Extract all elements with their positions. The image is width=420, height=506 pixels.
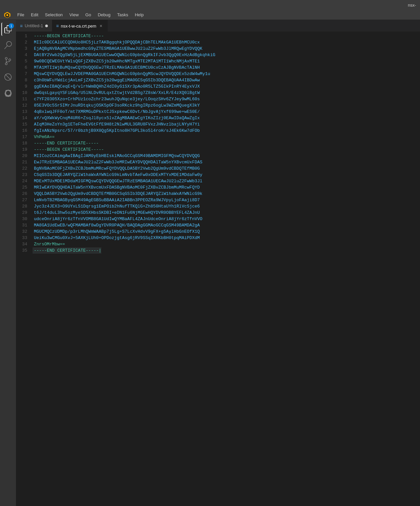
- code-line: 28Jyc3z4JEX3+O9UYxLS1Dqrsg1EmPOib2hNufTT…: [16, 203, 420, 210]
- tab-pem[interactable]: ≡ nsx-t-w-ca.crt.pem ×: [52, 20, 108, 32]
- line-content: EjAQBgNVBAgMCVNpbmdhcG9yZTESMBAGA1UEBwwJ…: [33, 45, 202, 52]
- menu-help[interactable]: Help: [132, 11, 147, 19]
- line-content: VhPm6A==: [33, 134, 54, 140]
- line-number: 24: [16, 178, 33, 184]
- title-bar: nsx-: [0, 0, 420, 10]
- line-number: 10: [16, 90, 33, 96]
- line-number: 23: [16, 172, 33, 178]
- code-line: 3EjAQBgNVBAgMCVNpbmdhcG9yZTESMBAGA1UEBww…: [16, 45, 420, 52]
- line-content: -----BEGIN CERTIFICATE-----: [33, 146, 104, 153]
- tab-pem-close[interactable]: ×: [98, 23, 104, 29]
- tab-untitled[interactable]: ≡ Untitled-1: [16, 20, 52, 32]
- code-line: 14aY/vQXWkWyCnqM4UR6+ZsqJl8ycx5lvZAgMBAA…: [16, 115, 420, 121]
- line-number: 28: [16, 203, 33, 210]
- line-content: BgNVBAoMC0FjZXBvZCBJbmMuMRcwFQYDVQQLDA5B…: [33, 165, 200, 172]
- code-line: 24MDExMTUxMDE1MDdaMIGFMQswCQYDVQQGEwJTRz…: [16, 178, 420, 184]
- code-line: 21EwJTRzESMBAGA1UECAwJU2luZ2FwWb3JeMRIwE…: [16, 159, 420, 165]
- line-content: fgIxANzNpsrc/57/r0bzhjB9X0Qg5KpItno8H7GP…: [33, 127, 200, 134]
- menu-go[interactable]: Go: [83, 11, 94, 19]
- line-content: DAtBY2Vwb2QgSW5jLjEXMBUGA1UECwwOQWNlcG9p…: [33, 52, 215, 58]
- line-number: 18: [16, 140, 33, 146]
- menu-selection[interactable]: Selection: [42, 11, 65, 19]
- code-line: 25MRIwEAYDVQQHDAlTaW5nYXBvcmUxFDASBgNVBA…: [16, 184, 420, 191]
- line-content: -----END CERTIFICATE-----|: [33, 247, 101, 254]
- tab-untitled-icon: ≡: [20, 23, 23, 29]
- extensions-activity-icon[interactable]: [1, 86, 15, 100]
- line-content: MDExMTUxMDE1MDdaMIGFMQswCQYDVQQGEwJTRzES…: [33, 178, 202, 184]
- line-number: 19: [16, 146, 33, 153]
- search-activity-icon[interactable]: [1, 39, 15, 52]
- line-content: dwGqsLgayqYSFiGAq/U5lNLDvRULqxtZtwjtVd2B…: [33, 90, 200, 96]
- code-editor[interactable]: 1-----BEGIN CERTIFICATE-----2MIIc0DCCAlU…: [16, 32, 420, 506]
- line-content: 9w0BCQEWEGVtYWlsQGFjZXBvZC5jb20wHhcNMTgx…: [33, 58, 200, 64]
- no-bugs-activity-icon[interactable]: [1, 70, 15, 84]
- line-content: EwJTRzESMBAGA1UECAwJU2luZ2FwWb3JeMRIwEAY…: [33, 159, 202, 165]
- line-content: 4qBxlwqJFF0oT/mt7XMRMGuDPkxtCJSxpkewC6Dv…: [33, 109, 200, 115]
- line-number: 31: [16, 222, 33, 228]
- app-logo: [3, 10, 12, 20]
- code-line: 1-----BEGIN CERTIFICATE-----: [16, 33, 420, 39]
- line-number: 9: [16, 83, 33, 90]
- menu-edit[interactable]: Edit: [28, 11, 41, 19]
- source-control-activity-icon[interactable]: [1, 54, 15, 68]
- window-title: nsx-: [408, 3, 416, 8]
- line-number: 30: [16, 216, 33, 222]
- line-content: -----END CERTIFICATE-----: [33, 140, 99, 146]
- code-line: 33UeiKu3wCMGu0XvJ+5AXKjLUh0+OPDozjgtAsg6…: [16, 235, 420, 241]
- code-line: 22BgNVBAoMC0FjZXBvZCBJbmMuMRcwFQYDVQQLDA…: [16, 165, 420, 172]
- line-content: ggEKAoIBAQCeqE+Q/vlrhWmBQHhZ4dI0yG1SXr3p…: [33, 83, 200, 90]
- menu-view[interactable]: View: [67, 11, 81, 19]
- tab-pem-label: nsx-t-w-ca.crt.pem: [61, 24, 96, 29]
- line-number: 27: [16, 197, 33, 203]
- line-content: MIIc0DCCAlUCCQDHUo8HC5jLzTAKBggqhkjOPQQD…: [33, 39, 200, 45]
- tab-pem-icon: ≡: [56, 23, 59, 29]
- line-content: MRIwEAYDVQQHDAlTaW5nYXBvcmUxFDASBgNVBAoM…: [33, 184, 200, 191]
- code-line: 59w0BCQEWEGVtYWlsQGFjZXBvZC5jb20wHhcNMTg…: [16, 58, 420, 64]
- line-number: 8: [16, 77, 33, 83]
- code-line: 34ZnrsOMrMbw==: [16, 241, 420, 247]
- code-line: 19-----BEGIN CERTIFICATE-----: [16, 146, 420, 153]
- line-number: 4: [16, 52, 33, 58]
- code-line: 11c7YF20305Xzo+CrhPUz1coZchr23wuhJQuNqce…: [16, 96, 420, 102]
- code-line: 16fgIxANzNpsrc/57/r0bzhjB9X0Qg5KpItno8H7…: [16, 127, 420, 134]
- tab-untitled-modified: [45, 25, 48, 27]
- line-content: 85E3VOc5SrSIMrJnuRDtqkujOSK5pOF3soRKckz9…: [33, 102, 200, 109]
- code-line: 18-----END CERTIFICATE-----: [16, 140, 420, 146]
- explorer-activity-icon[interactable]: 1: [1, 23, 15, 36]
- code-line: 2MIIc0DCCAlUCCQDHUo8HC5jLzTAKBggqhkjOPQQ…: [16, 39, 420, 45]
- line-content: MTA1MTI1WjBuMQswCQYDVQQGEwJTRzELMAkGA1UE…: [33, 64, 200, 71]
- code-line: 20MIICozCCAimgAwIBAgIJAM0yEbHBIsklMAoGCC…: [16, 153, 420, 159]
- line-number: 26: [16, 191, 33, 197]
- line-content: MGUCMQCzUDMDp/p3rLMhQWmWAABp7j5Lg+S7LcXv…: [33, 228, 200, 235]
- code-line: 26VQQLDA5BY2Vwb2QgUm9vdCBDQTEfMB0GCSqGSI…: [16, 191, 420, 197]
- line-number: 6: [16, 64, 33, 71]
- code-line: 8c3h0bWFuYWdlcjAxLmFjZXBvZC5jb20wggEiMA0…: [16, 77, 420, 83]
- code-line: 4DAtBY2Vwb2QgSW5jLjEXMBUGA1UECwwOQWNlcG9…: [16, 52, 420, 58]
- code-line: 35-----END CERTIFICATE-----|: [16, 247, 420, 254]
- line-number: 11: [16, 96, 33, 102]
- code-line: 27LmNvbTB2MBAGByqGSM49AgEGBSuBBAAiA2IABB…: [16, 197, 420, 203]
- menu-tasks[interactable]: Tasks: [114, 11, 131, 19]
- line-number: 14: [16, 115, 33, 121]
- code-line: 30udceOnriA8jYr6zTfnVVOMB8GA1UdIwQYMBaAF…: [16, 216, 420, 222]
- line-number: 35: [16, 247, 33, 254]
- tab-bar: ≡ Untitled-1 ≡ nsx-t-w-ca.crt.pem ×: [16, 20, 420, 32]
- line-content: MQswCQYDVQQLEwJJVDEPMA0GA1UEChMGQWNlcG9p…: [33, 71, 210, 77]
- code-line: 1285E3VOc5SrSIMrJnuRDtqkujOSK5pOF3soRKck…: [16, 102, 420, 109]
- line-content: c7YF20305Xzo+CrhPUz1coZchr23wuhJQuNqce3j…: [33, 96, 200, 102]
- menu-file[interactable]: File: [15, 11, 27, 19]
- code-line: 9ggEKAoIBAQCeqE+Q/vlrhWmBQHhZ4dI0yG1SXr3…: [16, 83, 420, 90]
- code-line: 10dwGqsLgayqYSFiGAq/U5lNLDvRULqxtZtwjtVd…: [16, 90, 420, 96]
- line-content: c3h0bWFuYWdlcjAxLmFjZXBvZC5jb20wggEiMA0G…: [33, 77, 200, 83]
- line-number: 7: [16, 71, 33, 77]
- line-content: -----BEGIN CERTIFICATE-----: [33, 33, 104, 39]
- line-number: 3: [16, 45, 33, 52]
- code-line: 6MTA1MTI1WjBuMQswCQYDVQQGEwJTRzELMAkGA1U…: [16, 64, 420, 71]
- line-content: VQQLDA5BY2Vwb2QgUm9vdCBDQTEfMB0GCSqGSIb3…: [33, 191, 202, 197]
- svg-line-4: [5, 74, 11, 80]
- code-line: 17VhPm6A==: [16, 134, 420, 140]
- line-number: 22: [16, 165, 33, 172]
- line-number: 16: [16, 127, 33, 134]
- line-number: 15: [16, 121, 33, 127]
- menu-debug[interactable]: Debug: [95, 11, 113, 19]
